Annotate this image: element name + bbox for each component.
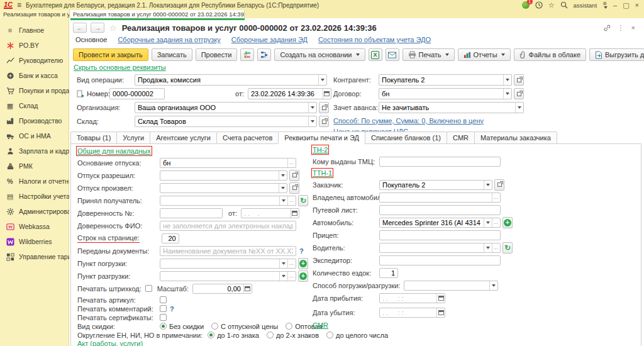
sidebar-item-bank-kassa[interactable]: Банк и касса xyxy=(0,68,69,83)
help-icon[interactable]: ? xyxy=(170,305,174,313)
trips-input[interactable] xyxy=(380,269,397,277)
tab-tovary[interactable]: Товары (1) xyxy=(70,131,117,144)
accepted-by-field[interactable]: … xyxy=(160,196,296,206)
dropdown-icon[interactable] xyxy=(489,281,497,290)
arrival-field[interactable] xyxy=(379,293,445,303)
print-button[interactable]: Печать xyxy=(402,48,455,61)
forward-button[interactable]: → xyxy=(91,23,104,33)
accepted-by-input[interactable] xyxy=(160,196,279,205)
excel-export-button[interactable]: X xyxy=(369,48,382,61)
sidebar-item-zarplata-kadry[interactable]: Зарплата и кадры xyxy=(0,143,69,159)
post-and-close-button[interactable]: Провести и закрыть xyxy=(73,48,148,61)
open-organization-button[interactable] xyxy=(319,102,329,113)
dropdown-icon[interactable] xyxy=(308,116,316,126)
main-menu-icon[interactable]: ≡ xyxy=(17,1,21,9)
basis-input[interactable] xyxy=(160,159,287,167)
sidebar-item-nastrojki-ucheta[interactable]: ▤Настройки учета xyxy=(0,189,69,204)
print-comment-checkbox[interactable] xyxy=(160,305,167,312)
contract-input[interactable] xyxy=(379,89,503,99)
open-warehouse-button[interactable] xyxy=(319,116,329,127)
window-tab-document[interactable]: Реализация товаров и услуг 0000-000002 о… xyxy=(70,10,245,18)
sidebar-item-rmk[interactable]: РМК xyxy=(0,159,69,174)
allowed-by-field[interactable] xyxy=(160,170,287,181)
sidebar-item-poby[interactable]: PO.BY xyxy=(0,38,69,53)
contract-field[interactable] xyxy=(379,88,512,99)
hide-main-requisites-link[interactable]: Скрыть основные реквизиты xyxy=(74,64,166,71)
trailer-input[interactable] xyxy=(380,231,500,240)
sidebar-item-sklad[interactable]: ▦Склад xyxy=(0,98,69,113)
number-edit-icon[interactable] xyxy=(77,90,84,98)
sidebar-item-pokupki-prodazhi[interactable]: Покупки и продажи xyxy=(0,83,69,98)
tab-spisanie-blankov[interactable]: Списание бланков (1) xyxy=(365,131,447,144)
search-icon[interactable] xyxy=(560,1,568,9)
favorites-icon[interactable]: ☆ xyxy=(548,2,555,9)
tab-cmr[interactable]: CMR xyxy=(447,131,475,144)
more-actions-icon[interactable]: ⋮ xyxy=(618,24,625,32)
released-by-input[interactable] xyxy=(160,184,279,193)
service-menu-icon[interactable]: ≡ xyxy=(602,1,608,9)
nav-sborochnye-otgruzka[interactable]: Сборочные задания на отгрузку xyxy=(118,36,220,43)
date-field[interactable] xyxy=(248,88,331,99)
departure-field[interactable] xyxy=(379,308,445,318)
docs-given-field[interactable] xyxy=(160,246,296,256)
open-released-by-button[interactable] xyxy=(289,182,299,194)
refresh-driver-button[interactable]: ↻ xyxy=(502,242,513,254)
refresh-accepted-by-button[interactable]: ↻ xyxy=(298,195,308,206)
sidebar-item-tarif[interactable]: Управление тарифом xyxy=(0,249,69,264)
loading-method-field[interactable] xyxy=(404,281,498,291)
dropdown-icon[interactable] xyxy=(503,75,511,85)
number-field[interactable] xyxy=(109,88,165,99)
departure-input[interactable] xyxy=(380,308,436,317)
add-unload-point-button[interactable]: + xyxy=(298,271,308,282)
scale-input[interactable] xyxy=(193,284,243,293)
discount-option-selling-price[interactable]: С отпускной цены xyxy=(211,323,278,330)
close-window-icon[interactable]: × xyxy=(635,2,639,9)
minimize-icon[interactable]: – xyxy=(613,2,617,9)
proxy-name-input[interactable] xyxy=(160,221,296,230)
proxy-name-field[interactable] xyxy=(160,221,296,231)
driver-input[interactable] xyxy=(380,243,484,252)
calculator-icon[interactable] xyxy=(243,284,252,293)
add-load-point-button[interactable]: + xyxy=(298,258,308,269)
loading-method-input[interactable] xyxy=(404,281,489,290)
rounding-option-2digits[interactable]: до 2-х знаков xyxy=(267,332,319,339)
organization-input[interactable] xyxy=(135,103,308,113)
open-counterparty-button[interactable] xyxy=(514,74,524,86)
number-input[interactable] xyxy=(110,89,164,99)
get-link-icon[interactable] xyxy=(603,24,611,31)
tab-uslugi[interactable]: Услуги xyxy=(116,131,150,144)
reports-button[interactable]: Отчеты xyxy=(458,48,511,61)
rounding-option-integer[interactable]: до целого числа xyxy=(326,332,388,339)
export-data-button[interactable]: Выгрузить данные в файл xyxy=(589,48,644,61)
proxy-date-input[interactable] xyxy=(242,209,291,218)
driver-field[interactable]: … xyxy=(379,243,501,253)
rows-per-page-input[interactable] xyxy=(162,234,179,243)
choose-icon[interactable]: … xyxy=(287,159,296,167)
tab-rekvizity-pechati[interactable]: Реквизиты печати и ЭД xyxy=(278,131,365,144)
dropdown-icon[interactable] xyxy=(484,181,492,189)
scale-field[interactable] xyxy=(192,284,252,294)
advance-input[interactable] xyxy=(379,103,515,113)
choose-icon[interactable]: … xyxy=(492,218,500,227)
ttn1-link[interactable]: ТТН-1 xyxy=(313,169,332,177)
dropdown-icon[interactable] xyxy=(318,75,326,85)
docs-given-input[interactable] xyxy=(160,247,296,255)
dropdown-icon[interactable] xyxy=(279,272,287,281)
print-certs-checkbox[interactable] xyxy=(160,314,167,321)
customer-field[interactable] xyxy=(379,180,492,190)
sidebar-item-webkassa[interactable]: Webkassa xyxy=(0,219,69,234)
nav-sborochnye-ed[interactable]: Сборочные задания ЭД xyxy=(231,36,308,43)
vat-method-link[interactable]: Способ: По сумме, Сумма: 0, Включено в ц… xyxy=(333,117,484,125)
tab-agentskie[interactable]: Агентские услуги xyxy=(150,131,217,144)
close-form-icon[interactable]: × xyxy=(631,24,635,31)
sidebar-item-os-nma[interactable]: ОС и НМА xyxy=(0,128,69,143)
load-point-field[interactable]: … xyxy=(160,259,296,269)
dropdown-icon[interactable] xyxy=(484,243,492,252)
operation-input[interactable] xyxy=(135,75,318,85)
choose-icon[interactable]: … xyxy=(287,196,296,205)
favorite-star-icon[interactable]: ☆ xyxy=(109,23,117,33)
open-contract-button[interactable] xyxy=(514,88,524,99)
customer-input[interactable] xyxy=(380,181,484,189)
dropdown-icon[interactable] xyxy=(279,171,287,180)
forwarder-field[interactable] xyxy=(379,255,501,265)
